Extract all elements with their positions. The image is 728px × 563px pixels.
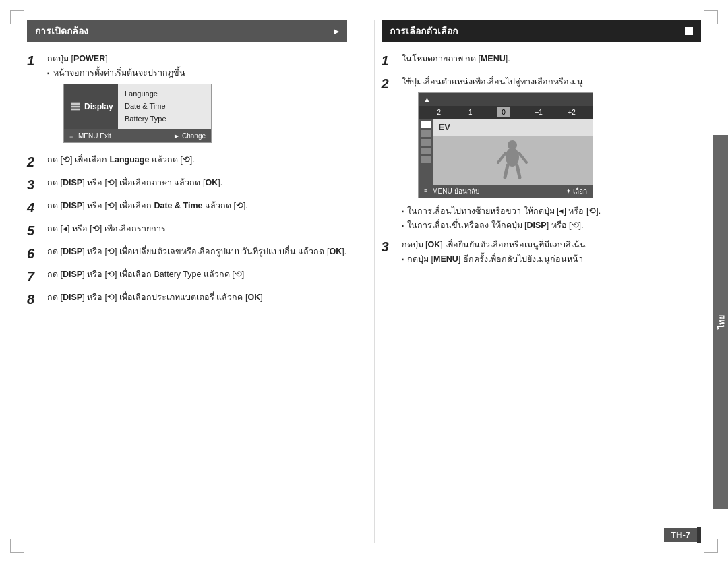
left-step-7: 7 กด [DISP] หรือ [⟲] เพื่อเลือก Battery … [27, 268, 347, 285]
right-step-3: 3 กดปุ่ม [OK] เพื่อยืนยันตัวเลือกหรือเมน… [382, 239, 702, 266]
right-step-content-2: ใช้ปุ่มเลื่อนตำแหน่งเพื่อเลื่อนไปสู่ทางเ… [402, 76, 702, 232]
camera-option-1: Language [125, 88, 204, 100]
camera-footer: ≡ MENU Exit ► Change [64, 129, 211, 142]
ev-footer-right: ✦ เลือก [566, 186, 587, 196]
ev-footer: ≡ MENU ย้อนกลับ ✦ เลือก [419, 185, 593, 198]
left-step-2: 2 กด [⟲] เพื่อเลือก Language แล้วกด [⟲]. [27, 154, 347, 170]
camera-footer-left: ≡ MENU Exit [69, 131, 111, 141]
camera-footer-right: ► Change [173, 131, 206, 141]
step-num-5: 5 [27, 223, 43, 239]
step-num-2: 2 [27, 154, 43, 170]
left-step-5: 5 กด [◂] หรือ [⟲] เพื่อเลือกรายการ [27, 223, 347, 239]
svg-text:≡: ≡ [424, 187, 427, 194]
step-content-5: กด [◂] หรือ [⟲] เพื่อเลือกรายการ [47, 223, 347, 235]
ev-scale-plus1: +1 [535, 107, 542, 117]
step-num-3: 3 [27, 177, 43, 193]
left-step-1: 1 กดปุ่ม [POWER] หน้าจอการตั้งค่าเริ่มต้… [27, 53, 347, 147]
header-square-icon [685, 27, 693, 35]
corner-mark-tr [704, 10, 718, 24]
corner-mark-br [704, 539, 718, 553]
svg-line-6 [505, 165, 508, 177]
ev-icon-row-1 [421, 121, 431, 128]
ev-scale-minus2: -2 [435, 107, 441, 117]
svg-text:≡: ≡ [69, 134, 73, 140]
left-column: การเปิดกล้อง ▶ 1 กดปุ่ม [POWER] หน้าจอกา… [27, 20, 354, 543]
ev-silhouette [494, 138, 531, 182]
side-label-container: ไทย [713, 135, 728, 509]
ev-icon-row-5 [421, 156, 431, 163]
svg-rect-2 [71, 109, 80, 110]
corner-mark-bl [10, 539, 24, 553]
svg-line-9 [519, 153, 526, 162]
svg-line-7 [517, 165, 520, 177]
right-step-num-3: 3 [382, 239, 398, 255]
step-num-1: 1 [27, 53, 43, 69]
svg-line-8 [498, 153, 506, 162]
step-num-4: 4 [27, 200, 43, 216]
camera-option-3: Battery Type [125, 113, 204, 125]
step-content-1: กดปุ่ม [POWER] หน้าจอการตั้งค่าเริ่มต้นจ… [47, 53, 347, 147]
step-content-8: กด [DISP] หรือ [⟲] เพื่อเลือกประเภทแบตเต… [47, 291, 347, 304]
side-label: ไทย [715, 315, 727, 329]
svg-rect-1 [71, 106, 80, 107]
right-step2-sub2: ในการเลื่อนขึ้นหรือลง ให้กดปุ่ม [DISP] ห… [402, 219, 702, 232]
ev-body: EV [419, 119, 593, 185]
camera-options: Language Date & Time Battery Type [118, 84, 211, 130]
left-section-header: การเปิดกล้อง ▶ [27, 20, 347, 42]
step-num-6: 6 [27, 245, 43, 262]
ev-icons-panel [419, 119, 433, 185]
right-step-content-1: ในโหมดถ่ายภาพ กด [MENU]. [402, 53, 702, 65]
ev-icon-row-3 [421, 139, 431, 146]
ev-footer-left: ≡ MENU ย้อนกลับ [424, 186, 479, 196]
right-step-content-3: กดปุ่ม [OK] เพื่อยืนยันตัวเลือกหรือเมนูท… [402, 239, 702, 266]
camera-menu-panel: Display [64, 84, 118, 130]
ev-main-display [433, 136, 593, 185]
camera-display-label: Display [84, 100, 113, 113]
step-num-8: 8 [27, 291, 43, 307]
step-num-7: 7 [27, 268, 43, 285]
ev-top-bar: ▲ [419, 93, 593, 106]
left-step-6: 6 กด [DISP] หรือ [⟲] เพื่อเปลี่ยนตัวเลขห… [27, 245, 347, 262]
page-number: TH-7 [664, 528, 697, 542]
ev-label: EV [433, 119, 593, 136]
left-step-8: 8 กด [DISP] หรือ [⟲] เพื่อเลือกประเภทแบต… [27, 291, 347, 307]
step-content-4: กด [DISP] หรือ [⟲] เพื่อเลือก Date & Tim… [47, 200, 347, 212]
ev-scale: -2 -1 0 +1 +2 [419, 106, 593, 119]
header-arrow-icon: ▶ [334, 28, 339, 35]
camera-menu-icon [71, 102, 80, 111]
step-content-2: กด [⟲] เพื่อเลือก Language แล้วกด [⟲]. [47, 154, 347, 167]
camera-option-2: Date & Time [125, 100, 204, 112]
page-number-area: TH-7 [664, 527, 701, 543]
left-section-title: การเปิดกล้อง [35, 24, 88, 38]
ev-scale-plus2: +2 [568, 107, 575, 117]
ev-display: ▲ -2 -1 0 +1 +2 [418, 92, 593, 199]
left-step-3: 3 กด [DISP] หรือ [⟲] เพื่อเลือกภาษา แล้ว… [27, 177, 347, 193]
ev-scale-zero: 0 [497, 107, 510, 117]
left-step-4: 4 กด [DISP] หรือ [⟲] เพื่อเลือก Date & T… [27, 200, 347, 216]
right-step2-sub1: ในการเลื่อนไปทางซ้ายหรือขวา ให้กดปุ่ม [◂… [402, 205, 702, 218]
right-section-title: การเลือกตัวเลือก [390, 24, 458, 38]
right-step3-sub1: กดปุ่ม [MENU] อีกครั้งเพื่อกลับไปยังเมนู… [402, 253, 702, 266]
corner-mark-tl [10, 10, 24, 24]
step-content-6: กด [DISP] หรือ [⟲] เพื่อเปลี่ยนตัวเลขหรื… [47, 245, 347, 258]
page-number-bar [697, 527, 701, 543]
right-section-header: การเลือกตัวเลือก [382, 20, 702, 42]
ev-icon-row-4 [421, 148, 431, 154]
camera-display: Display Language Date & Time Battery Typ… [63, 84, 212, 144]
right-step-num-2: 2 [382, 76, 398, 92]
right-column: การเลือกตัวเลือก 1 ในโหมดถ่ายภาพ กด [MEN… [374, 20, 702, 543]
step-content-7: กด [DISP] หรือ [⟲] เพื่อเลือก Battery Ty… [47, 268, 347, 281]
step-content-3: กด [DISP] หรือ [⟲] เพื่อเลือกภาษา แล้วกด… [47, 177, 347, 189]
ev-caret-up: ▲ [424, 94, 431, 105]
right-step-num-1: 1 [382, 53, 398, 69]
right-step-1: 1 ในโหมดถ่ายภาพ กด [MENU]. [382, 53, 702, 69]
svg-rect-0 [71, 103, 80, 105]
ev-scale-minus1: -1 [466, 107, 473, 117]
ev-icon-row-2 [421, 130, 431, 137]
right-step-2: 2 ใช้ปุ่มเลื่อนตำแหน่งเพื่อเลื่อนไปสู่ทา… [382, 76, 702, 232]
